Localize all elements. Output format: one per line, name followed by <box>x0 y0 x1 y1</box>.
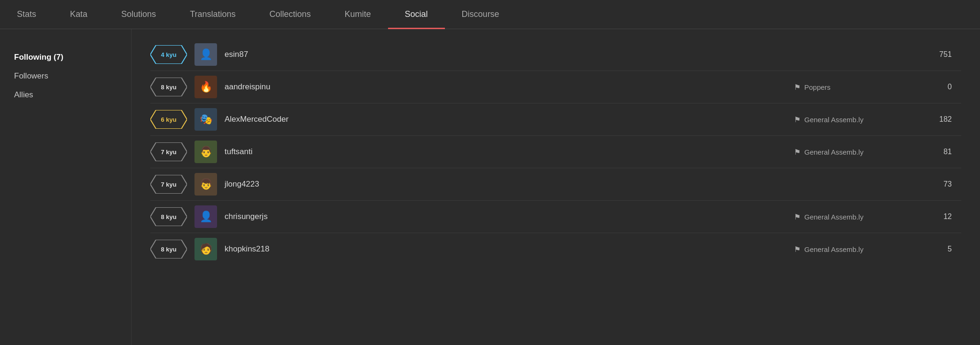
tab-bar: StatsKataSolutionsTranslationsCollection… <box>0 0 980 29</box>
honor-score: 0 <box>924 83 961 91</box>
clan-name: General Assemb.ly <box>804 213 863 221</box>
username[interactable]: khopkins218 <box>225 244 786 254</box>
rank-label: 8 kyu <box>161 84 176 91</box>
tab-translations[interactable]: Translations <box>173 0 252 29</box>
rank-badge: 8 kyu <box>150 78 187 96</box>
username[interactable]: chrisungerjs <box>225 212 786 221</box>
tab-solutions[interactable]: Solutions <box>104 0 173 29</box>
user-row: 4 kyu 👤esin87751 <box>150 39 961 71</box>
clan-name: General Assemb.ly <box>804 116 863 124</box>
sidebar-item-allies[interactable]: Allies <box>14 86 117 104</box>
clan-icon: ⚑ <box>794 83 801 92</box>
user-row: 6 kyu 🎭AlexMercedCoder⚑General Assemb.ly… <box>150 103 961 136</box>
honor-score: 73 <box>924 180 961 188</box>
username[interactable]: esin87 <box>225 50 786 59</box>
rank-badge: 4 kyu <box>150 45 187 64</box>
avatar: 👦 <box>194 173 217 196</box>
clan-icon: ⚑ <box>794 212 801 221</box>
username[interactable]: AlexMercedCoder <box>225 115 786 124</box>
clan-area: ⚑General Assemb.ly <box>794 148 916 157</box>
rank-label: 7 kyu <box>161 181 176 188</box>
clan-name: Poppers <box>804 83 831 91</box>
user-row: 8 kyu 🧑khopkins218⚑General Assemb.ly5 <box>150 233 961 265</box>
avatar: 🎭 <box>194 108 217 131</box>
avatar: 👤 <box>194 205 217 228</box>
user-row: 7 kyu 👨tuftsanti⚑General Assemb.ly81 <box>150 136 961 168</box>
honor-score: 81 <box>924 148 961 156</box>
rank-label: 4 kyu <box>161 51 176 58</box>
honor-score: 182 <box>924 115 961 124</box>
honor-score: 12 <box>924 212 961 221</box>
tab-social[interactable]: Social <box>388 0 445 29</box>
tab-kumite[interactable]: Kumite <box>328 0 388 29</box>
sidebar: Following (7)FollowersAllies <box>0 29 132 345</box>
user-row: 8 kyu 🔥aandreispinu⚑Poppers0 <box>150 71 961 103</box>
clan-icon: ⚑ <box>794 115 801 124</box>
sidebar-item-following[interactable]: Following (7) <box>14 48 117 67</box>
username[interactable]: jlong4223 <box>225 180 786 189</box>
clan-area: ⚑Poppers <box>794 83 916 92</box>
rank-badge: 8 kyu <box>150 207 187 226</box>
following-table: 4 kyu 👤esin87751 8 kyu 🔥aandreispinu⚑Pop… <box>150 39 961 265</box>
clan-icon: ⚑ <box>794 148 801 157</box>
clan-area: ⚑General Assemb.ly <box>794 115 916 124</box>
honor-score: 751 <box>924 50 961 59</box>
clan-name: General Assemb.ly <box>804 245 863 253</box>
user-row: 8 kyu 👤chrisungerjs⚑General Assemb.ly12 <box>150 201 961 233</box>
avatar: 👤 <box>194 43 217 66</box>
clan-name: General Assemb.ly <box>804 148 863 156</box>
main-content: Following (7)FollowersAllies 4 kyu 👤esin… <box>0 29 980 345</box>
content-area: 4 kyu 👤esin87751 8 kyu 🔥aandreispinu⚑Pop… <box>132 29 980 345</box>
username[interactable]: aandreispinu <box>225 82 786 92</box>
user-row: 7 kyu 👦jlong422373 <box>150 168 961 201</box>
avatar: 🔥 <box>194 76 217 98</box>
tab-collections[interactable]: Collections <box>253 0 328 29</box>
avatar: 🧑 <box>194 238 217 260</box>
honor-score: 5 <box>924 245 961 253</box>
sidebar-item-followers[interactable]: Followers <box>14 67 117 86</box>
rank-badge: 7 kyu <box>150 142 187 161</box>
tab-stats[interactable]: Stats <box>0 0 53 29</box>
rank-label: 8 kyu <box>161 213 176 220</box>
rank-label: 7 kyu <box>161 149 176 156</box>
rank-label: 8 kyu <box>161 246 176 253</box>
clan-icon: ⚑ <box>794 245 801 254</box>
rank-badge: 8 kyu <box>150 240 187 259</box>
avatar: 👨 <box>194 141 217 163</box>
rank-badge: 7 kyu <box>150 175 187 194</box>
clan-area: ⚑General Assemb.ly <box>794 212 916 221</box>
tab-discourse[interactable]: Discourse <box>445 0 516 29</box>
clan-area: ⚑General Assemb.ly <box>794 245 916 254</box>
rank-badge: 6 kyu <box>150 110 187 129</box>
tab-kata[interactable]: Kata <box>53 0 104 29</box>
rank-label: 6 kyu <box>161 116 176 123</box>
username[interactable]: tuftsanti <box>225 147 786 157</box>
